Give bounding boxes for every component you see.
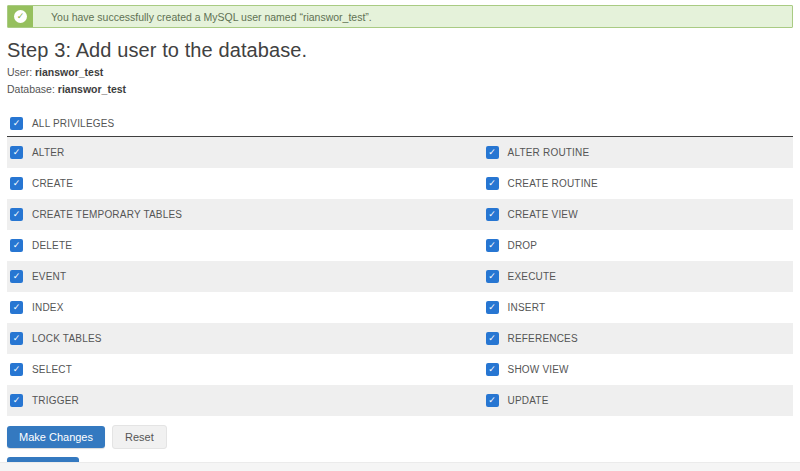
privilege-cell-right: ✓ EXECUTE bbox=[483, 270, 793, 283]
privilege-checkbox[interactable]: ✓ bbox=[10, 239, 23, 252]
reset-button[interactable]: Reset bbox=[112, 425, 167, 449]
privilege-row: ✓ ALTER ✓ ALTER ROUTINE bbox=[7, 137, 793, 168]
privilege-checkbox[interactable]: ✓ bbox=[10, 270, 23, 283]
privilege-checkbox[interactable]: ✓ bbox=[486, 208, 499, 221]
privilege-label: ALTER ROUTINE bbox=[508, 147, 590, 158]
privilege-label: ALTER bbox=[32, 147, 65, 158]
privilege-checkbox[interactable]: ✓ bbox=[486, 270, 499, 283]
all-privileges-checkbox[interactable]: ✓ bbox=[10, 117, 23, 130]
privilege-label: TRIGGER bbox=[32, 395, 79, 406]
privilege-label: REFERENCES bbox=[508, 333, 578, 344]
success-icon-box: ✓ bbox=[8, 6, 33, 27]
check-icon: ✓ bbox=[14, 10, 27, 23]
privilege-checkbox[interactable]: ✓ bbox=[486, 146, 499, 159]
privilege-cell-right: ✓ CREATE ROUTINE bbox=[483, 177, 793, 190]
privilege-checkbox[interactable]: ✓ bbox=[486, 332, 499, 345]
database-value: rianswor_test bbox=[58, 83, 126, 95]
privilege-checkbox[interactable]: ✓ bbox=[10, 301, 23, 314]
privilege-checkbox[interactable]: ✓ bbox=[486, 394, 499, 407]
privilege-label: DROP bbox=[508, 240, 538, 251]
page-title: Step 3: Add user to the database. bbox=[7, 39, 793, 62]
privileges-table: ✓ ALTER ✓ ALTER ROUTINE ✓ CREATE ✓ CREAT… bbox=[7, 137, 793, 416]
success-banner: ✓ You have successfully created a MySQL … bbox=[7, 5, 793, 28]
privilege-cell-left: ✓ LOCK TABLES bbox=[7, 332, 483, 345]
privilege-label: CREATE TEMPORARY TABLES bbox=[32, 209, 182, 220]
success-message: You have successfully created a MySQL us… bbox=[33, 6, 372, 27]
privilege-label: EVENT bbox=[32, 271, 66, 282]
privilege-label: CREATE bbox=[32, 178, 73, 189]
privilege-cell-left: ✓ CREATE bbox=[7, 177, 483, 190]
privilege-cell-right: ✓ CREATE VIEW bbox=[483, 208, 793, 221]
privilege-checkbox[interactable]: ✓ bbox=[10, 146, 23, 159]
footer-strip bbox=[0, 462, 800, 471]
privilege-checkbox[interactable]: ✓ bbox=[486, 301, 499, 314]
privilege-cell-right: ✓ REFERENCES bbox=[483, 332, 793, 345]
page: ✓ You have successfully created a MySQL … bbox=[0, 5, 800, 471]
privilege-label: LOCK TABLES bbox=[32, 333, 102, 344]
privilege-row: ✓ INDEX ✓ INSERT bbox=[7, 292, 793, 323]
all-privileges-label: ALL PRIVILEGES bbox=[32, 118, 114, 129]
privilege-row: ✓ DELETE ✓ DROP bbox=[7, 230, 793, 261]
privilege-label: CREATE ROUTINE bbox=[508, 178, 598, 189]
privilege-checkbox[interactable]: ✓ bbox=[486, 363, 499, 376]
privilege-cell-left: ✓ SELECT bbox=[7, 363, 483, 376]
user-value: rianswor_test bbox=[35, 66, 103, 78]
privilege-cell-right: ✓ SHOW VIEW bbox=[483, 363, 793, 376]
privilege-cell-right: ✓ INSERT bbox=[483, 301, 793, 314]
privilege-cell-left: ✓ ALTER bbox=[7, 146, 483, 159]
privilege-checkbox[interactable]: ✓ bbox=[10, 332, 23, 345]
privilege-row: ✓ TRIGGER ✓ UPDATE bbox=[7, 385, 793, 416]
privilege-checkbox[interactable]: ✓ bbox=[10, 363, 23, 376]
database-label: Database: bbox=[7, 83, 55, 95]
privilege-label: INDEX bbox=[32, 302, 64, 313]
privilege-row: ✓ CREATE TEMPORARY TABLES ✓ CREATE VIEW bbox=[7, 199, 793, 230]
privilege-label: SHOW VIEW bbox=[508, 364, 569, 375]
privilege-label: UPDATE bbox=[508, 395, 549, 406]
privilege-row: ✓ EVENT ✓ EXECUTE bbox=[7, 261, 793, 292]
privilege-checkbox[interactable]: ✓ bbox=[10, 208, 23, 221]
privilege-cell-left: ✓ EVENT bbox=[7, 270, 483, 283]
privilege-cell-left: ✓ CREATE TEMPORARY TABLES bbox=[7, 208, 483, 221]
privilege-checkbox[interactable]: ✓ bbox=[10, 394, 23, 407]
privilege-checkbox[interactable]: ✓ bbox=[486, 239, 499, 252]
action-buttons: Make Changes Reset bbox=[7, 425, 793, 449]
privilege-label: EXECUTE bbox=[508, 271, 557, 282]
privilege-row: ✓ SELECT ✓ SHOW VIEW bbox=[7, 354, 793, 385]
all-privileges-row: ✓ ALL PRIVILEGES bbox=[7, 110, 793, 136]
privilege-cell-left: ✓ DELETE bbox=[7, 239, 483, 252]
privilege-label: DELETE bbox=[32, 240, 72, 251]
privilege-label: INSERT bbox=[508, 302, 546, 313]
privilege-cell-left: ✓ TRIGGER bbox=[7, 394, 483, 407]
privilege-cell-right: ✓ UPDATE bbox=[483, 394, 793, 407]
privilege-row: ✓ CREATE ✓ CREATE ROUTINE bbox=[7, 168, 793, 199]
privilege-cell-right: ✓ ALTER ROUTINE bbox=[483, 146, 793, 159]
database-line: Database: rianswor_test bbox=[7, 83, 793, 96]
user-label: User: bbox=[7, 66, 32, 78]
privilege-checkbox[interactable]: ✓ bbox=[10, 177, 23, 190]
privilege-row: ✓ LOCK TABLES ✓ REFERENCES bbox=[7, 323, 793, 354]
user-line: User: rianswor_test bbox=[7, 66, 793, 79]
privilege-label: CREATE VIEW bbox=[508, 209, 578, 220]
privilege-cell-left: ✓ INDEX bbox=[7, 301, 483, 314]
make-changes-button[interactable]: Make Changes bbox=[7, 426, 105, 448]
privilege-checkbox[interactable]: ✓ bbox=[486, 177, 499, 190]
privilege-label: SELECT bbox=[32, 364, 72, 375]
privilege-cell-right: ✓ DROP bbox=[483, 239, 793, 252]
